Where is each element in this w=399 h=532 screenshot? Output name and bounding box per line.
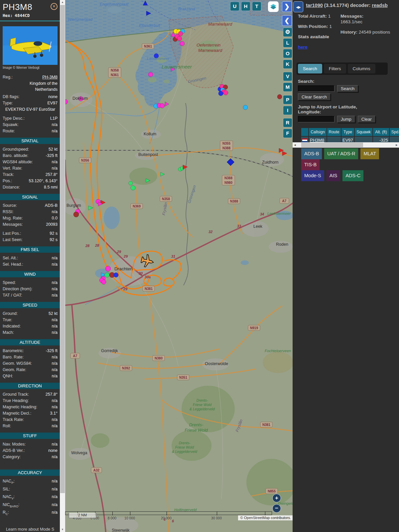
messages-value: 1663.1/sec	[340, 19, 362, 24]
svg-text:Gorredijk: Gorredijk	[101, 348, 118, 353]
selected-aircraft-title: PH3M8	[3, 2, 32, 12]
jump-clear-button[interactable]: Clear	[358, 116, 375, 123]
jump-input[interactable]	[298, 116, 334, 122]
divider	[0, 21, 60, 21]
stats-available: Stats available	[298, 34, 340, 40]
control-panel: ◀▶ tar1090 (3.14.1774) decoder: readsb T…	[293, 0, 399, 532]
map[interactable]: N361 N358N361 N356 N355N388 N388N980 N35…	[65, 0, 293, 532]
reg-label: Reg.:	[3, 74, 13, 80]
map-button-r[interactable]: R	[283, 118, 292, 127]
table-horizontal-scrollbar[interactable]: ◄ ►	[293, 142, 399, 148]
clear-search-button[interactable]: Clear Search	[298, 93, 331, 100]
attribution: © OpenStreetMap contributors.	[238, 515, 293, 520]
map-button-h[interactable]: H	[241, 2, 250, 11]
badge-tisb[interactable]: TIS-B	[301, 159, 320, 170]
badge-modes[interactable]: Mode-S	[301, 170, 324, 181]
jump-button[interactable]: Jump	[337, 116, 355, 123]
col-spd[interactable]: Spd.	[390, 128, 399, 136]
map-canvas[interactable]: N361 N358N361 N356 N355N388 N388N980 N35…	[65, 0, 293, 532]
aircraft-photo-image	[3, 26, 58, 65]
svg-text:Wierumerwad: Wierumerwad	[68, 17, 92, 22]
svg-text:N361: N361	[111, 73, 119, 77]
aircraft-photo[interactable]	[3, 26, 58, 65]
col-flag[interactable]	[301, 128, 308, 136]
app-title: tar1090 (3.14.1774) decoder: readsb	[306, 3, 399, 8]
collapse-sidebar-button[interactable]: ❮	[282, 15, 292, 26]
map-button-t[interactable]: T	[252, 2, 261, 11]
panel-collapse-icon[interactable]: ◀▶	[293, 1, 303, 12]
col-callsign[interactable]: Callsign	[309, 128, 327, 136]
col-squawk[interactable]: Squawk	[355, 128, 372, 136]
sidebar-scrollbar-thumb[interactable]	[60, 5, 65, 493]
search-button[interactable]: Search	[337, 85, 358, 92]
stats-here-link[interactable]: here	[298, 44, 340, 50]
zoom-out-button[interactable]: −	[272, 504, 281, 513]
route-label: Route:	[3, 128, 15, 134]
svg-text:Leek: Leek	[253, 224, 263, 229]
section-wind: WIND	[0, 271, 60, 277]
legend-tick: 10 000	[124, 516, 135, 520]
scroll-right-icon[interactable]: ►	[394, 142, 399, 148]
mode-s-hint: Learn more about Mode S data type by hov…	[3, 526, 58, 532]
svg-text:32: 32	[208, 230, 212, 234]
map-button-o[interactable]: O	[283, 49, 292, 58]
map-button-l[interactable]: L	[283, 39, 292, 47]
osm-link[interactable]: © OpenStreetMap	[240, 516, 270, 520]
badge-ais[interactable]: AIS	[327, 170, 340, 181]
badge-adsb[interactable]: ADS-B	[301, 148, 322, 159]
svg-text:& Leggelderveld: & Leggelderveld	[190, 407, 215, 411]
country: Kingdom of the Netherlands	[3, 80, 58, 92]
svg-text:Friese Wold: Friese Wold	[193, 403, 212, 407]
col-alt[interactable]: Alt. (ft)	[373, 128, 389, 136]
zoom-in-button[interactable]: +	[272, 494, 281, 502]
tab-columns[interactable]: Columns	[348, 64, 375, 73]
close-icon[interactable]: ✕	[51, 3, 58, 10]
history-label: History:	[340, 30, 357, 35]
svg-text:Leekstermeer: Leekstermeer	[267, 211, 291, 215]
scroll-up-icon[interactable]: ▲	[60, 0, 65, 5]
map-button-v[interactable]: V	[283, 72, 292, 81]
dbflags-value: none	[48, 94, 58, 100]
badge-adsc[interactable]: ADS-C	[342, 170, 363, 181]
svg-text:Drents-: Drents-	[179, 441, 191, 445]
tar1090-link[interactable]: tar1090	[306, 3, 323, 8]
svg-text:29: 29	[117, 250, 121, 254]
jump-label: Jump to Airport or Latitude, Longitude:	[298, 104, 374, 114]
svg-text:Zuidhorn: Zuidhorn	[262, 160, 278, 165]
badge-uat-adsr[interactable]: UAT / ADS-R	[324, 148, 358, 159]
readsb-link[interactable]: readsb	[372, 3, 388, 8]
squawk-label: Squawk:	[3, 122, 19, 128]
scale-bar: 2 NM	[68, 513, 96, 518]
svg-text:Lauwersmeer: Lauwersmeer	[147, 57, 170, 61]
section-spatial: SPATIAL	[0, 138, 60, 144]
tab-filters[interactable]: Filters	[324, 64, 346, 73]
total-aircraft-value: 1	[328, 14, 331, 19]
badge-mlat[interactable]: MLAT	[360, 148, 379, 159]
col-type[interactable]: Type	[341, 128, 354, 136]
svg-text:Engelsmanplaat: Engelsmanplaat	[100, 2, 129, 7]
svg-text:N919: N919	[250, 326, 258, 330]
col-route[interactable]: Route	[327, 128, 341, 136]
scroll-left-icon[interactable]: ◄	[293, 142, 297, 148]
svg-text:N358: N358	[162, 197, 170, 201]
layers-button[interactable]	[268, 1, 279, 12]
expand-panel-button[interactable]: ❯	[282, 1, 292, 12]
map-button-i[interactable]: I	[283, 106, 292, 115]
scrollbar-thumb[interactable]	[301, 143, 363, 147]
settings-gear-icon[interactable]: ⚙	[283, 28, 292, 37]
total-aircraft-label: Total Aircraft:	[298, 14, 327, 19]
svg-text:N980: N980	[224, 181, 232, 185]
map-button-m[interactable]: M	[283, 83, 292, 91]
tab-search[interactable]: Search	[298, 64, 322, 73]
svg-text:& Leggelderveld: & Leggelderveld	[172, 450, 198, 454]
map-button-f[interactable]: F	[283, 129, 292, 138]
map-button-p[interactable]: P	[283, 95, 292, 104]
svg-text:30a: 30a	[145, 275, 151, 279]
search-input[interactable]	[298, 85, 334, 92]
map-button-u[interactable]: U	[230, 2, 239, 11]
svg-text:Dwingelderveld: Dwingelderveld	[278, 501, 293, 505]
sidebar-scrollbar[interactable]: ▲ ▼	[60, 0, 65, 532]
reg-value-link[interactable]: PH-3M8	[42, 74, 58, 80]
map-button-k[interactable]: K	[283, 60, 292, 68]
scroll-down-icon[interactable]: ▼	[60, 527, 65, 532]
